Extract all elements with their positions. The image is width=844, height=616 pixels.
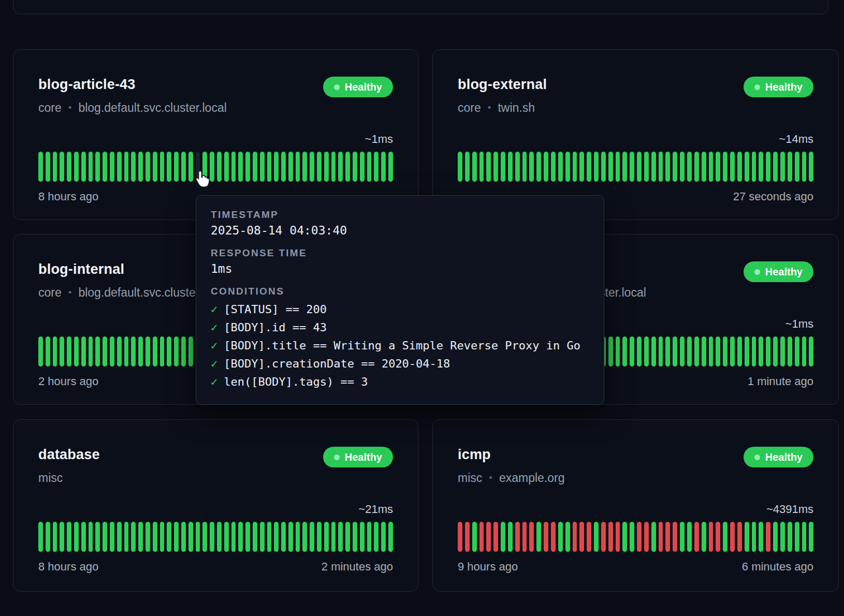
uptime-bar[interactable] — [274, 152, 279, 182]
uptime-bar[interactable] — [673, 336, 677, 366]
uptime-bar[interactable] — [124, 336, 129, 366]
uptime-bar[interactable] — [515, 152, 520, 182]
uptime-bar[interactable] — [529, 152, 534, 182]
uptime-bar[interactable] — [217, 522, 222, 552]
uptime-bar[interactable] — [131, 336, 136, 366]
uptime-bar[interactable] — [160, 522, 165, 552]
uptime-bar[interactable] — [103, 336, 107, 366]
uptime-bar[interactable] — [737, 152, 742, 182]
uptime-bar[interactable] — [324, 522, 329, 552]
uptime-bar[interactable] — [296, 152, 300, 182]
uptime-bar[interactable] — [587, 152, 591, 182]
uptime-bar[interactable] — [210, 152, 214, 182]
uptime-bar[interactable] — [174, 522, 179, 552]
uptime-bar[interactable] — [716, 336, 720, 366]
uptime-bar[interactable] — [110, 152, 114, 182]
uptime-bar[interactable] — [360, 152, 365, 182]
uptime-bar[interactable] — [651, 522, 656, 552]
uptime-bar[interactable] — [167, 152, 171, 182]
uptime-bar[interactable] — [260, 522, 265, 552]
uptime-bar[interactable] — [367, 152, 372, 182]
uptime-bar[interactable] — [117, 336, 122, 366]
uptime-bar[interactable] — [752, 522, 756, 552]
uptime-bar[interactable] — [737, 522, 742, 552]
uptime-bar[interactable] — [281, 522, 286, 552]
uptime-bar[interactable] — [745, 336, 749, 366]
uptime-bar[interactable] — [465, 152, 470, 182]
uptime-bar[interactable] — [730, 522, 735, 552]
uptime-bar[interactable] — [153, 522, 157, 552]
uptime-bar[interactable] — [665, 522, 670, 552]
uptime-bar[interactable] — [795, 522, 799, 552]
uptime-bar[interactable] — [95, 152, 100, 182]
uptime-bar[interactable] — [587, 522, 591, 552]
uptime-bar[interactable] — [702, 336, 706, 366]
uptime-bar[interactable] — [145, 522, 150, 552]
uptime-bar[interactable] — [766, 336, 770, 366]
uptime-bar[interactable] — [217, 152, 222, 182]
uptime-bar[interactable] — [310, 522, 314, 552]
uptime-bar[interactable] — [501, 152, 505, 182]
uptime-bar[interactable] — [558, 152, 563, 182]
uptime-bar[interactable] — [486, 522, 491, 552]
uptime-bar[interactable] — [367, 522, 372, 552]
uptime-bar[interactable] — [95, 336, 100, 366]
uptime-bar[interactable] — [795, 336, 799, 366]
uptime-bar[interactable] — [486, 152, 491, 182]
uptime-bar[interactable] — [745, 152, 749, 182]
uptime-bar[interactable] — [659, 152, 663, 182]
uptime-bar[interactable] — [231, 152, 236, 182]
uptime-bar[interactable] — [673, 152, 677, 182]
uptime-bar[interactable] — [53, 336, 57, 366]
uptime-bar[interactable] — [780, 522, 785, 552]
uptime-bar[interactable] — [353, 522, 357, 552]
uptime-bar[interactable] — [117, 522, 122, 552]
uptime-bar[interactable] — [730, 336, 735, 366]
uptime-bar[interactable] — [651, 152, 656, 182]
uptime-bar[interactable] — [802, 152, 807, 182]
uptime-bar[interactable] — [565, 522, 570, 552]
uptime-bar[interactable] — [579, 152, 584, 182]
uptime-history-bars[interactable] — [38, 152, 393, 182]
uptime-bar[interactable] — [465, 522, 470, 552]
uptime-bar[interactable] — [167, 522, 171, 552]
uptime-bar[interactable] — [702, 522, 706, 552]
uptime-bar[interactable] — [508, 522, 513, 552]
uptime-bar[interactable] — [630, 152, 634, 182]
uptime-bar[interactable] — [331, 522, 336, 552]
uptime-bar[interactable] — [680, 336, 685, 366]
uptime-bar[interactable] — [288, 152, 293, 182]
uptime-bar[interactable] — [95, 522, 100, 552]
uptime-bar[interactable] — [752, 336, 756, 366]
uptime-bar[interactable] — [773, 522, 778, 552]
uptime-bar[interactable] — [601, 152, 606, 182]
uptime-bar[interactable] — [809, 152, 813, 182]
uptime-bar[interactable] — [680, 522, 685, 552]
uptime-bar[interactable] — [616, 152, 620, 182]
uptime-bar[interactable] — [296, 522, 300, 552]
uptime-bar[interactable] — [124, 522, 129, 552]
uptime-bar[interactable] — [802, 336, 807, 366]
uptime-bar[interactable] — [608, 522, 613, 552]
uptime-bar[interactable] — [53, 522, 57, 552]
uptime-bar[interactable] — [737, 336, 742, 366]
uptime-bar[interactable] — [536, 152, 541, 182]
uptime-bar[interactable] — [795, 152, 799, 182]
uptime-bar[interactable] — [687, 152, 692, 182]
uptime-bar[interactable] — [788, 336, 792, 366]
uptime-bar[interactable] — [381, 522, 386, 552]
uptime-bar[interactable] — [231, 522, 236, 552]
uptime-bar[interactable] — [694, 336, 699, 366]
uptime-bar[interactable] — [773, 152, 778, 182]
uptime-bar[interactable] — [67, 522, 71, 552]
uptime-bar[interactable] — [181, 152, 186, 182]
uptime-bar[interactable] — [89, 152, 93, 182]
uptime-bar[interactable] — [60, 152, 64, 182]
uptime-bar[interactable] — [694, 522, 699, 552]
uptime-bar[interactable] — [579, 522, 584, 552]
uptime-bar[interactable] — [253, 152, 257, 182]
uptime-bar[interactable] — [310, 152, 314, 182]
uptime-bar[interactable] — [809, 522, 813, 552]
uptime-bar[interactable] — [103, 522, 107, 552]
uptime-bar[interactable] — [138, 152, 143, 182]
